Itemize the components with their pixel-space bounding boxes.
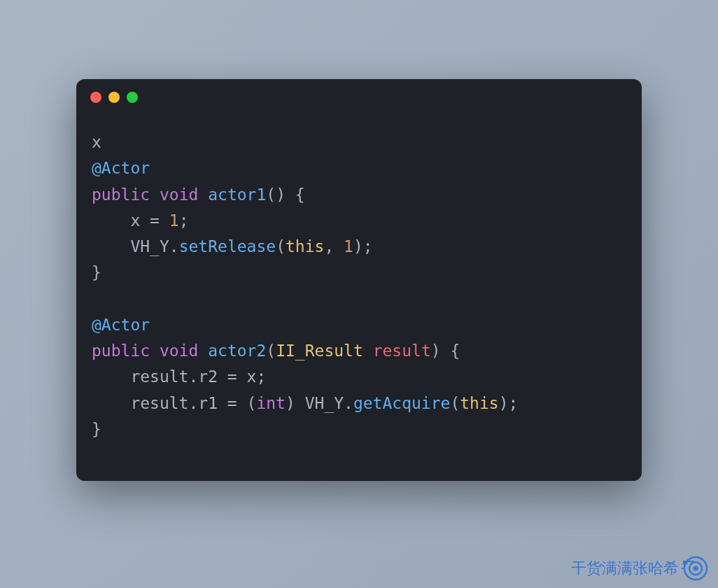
number: 1 bbox=[169, 211, 179, 230]
cast-int: int bbox=[256, 394, 286, 412]
method-actor1: actor1 bbox=[208, 186, 266, 204]
maximize-icon[interactable] bbox=[127, 92, 138, 103]
keyword-void: void bbox=[160, 186, 198, 204]
this-keyword: this bbox=[460, 394, 498, 412]
dot: . bbox=[169, 237, 179, 255]
code-editor-window: x @Actor public void actor1() { x = 1; V… bbox=[76, 79, 642, 481]
keyword-public: public bbox=[92, 342, 150, 360]
code-line: x = bbox=[92, 211, 169, 230]
brace: { bbox=[441, 342, 460, 360]
method-actor2: actor2 bbox=[208, 342, 266, 360]
method-getacquire: getAcquire bbox=[353, 394, 450, 412]
keyword-void: void bbox=[160, 342, 198, 360]
brace: { bbox=[286, 186, 305, 204]
window-titlebar bbox=[76, 79, 642, 108]
brace: } bbox=[92, 420, 101, 438]
paren-close: ); bbox=[353, 237, 373, 255]
semicolon: ; bbox=[179, 211, 189, 230]
annotation: @Actor bbox=[92, 316, 150, 334]
brace: } bbox=[92, 263, 101, 281]
paren: ( bbox=[276, 237, 286, 255]
this-keyword: this bbox=[286, 237, 324, 255]
paren: ( bbox=[450, 394, 460, 412]
keyword-public: public bbox=[92, 186, 150, 204]
close-icon[interactable] bbox=[90, 92, 101, 103]
svg-point-2 bbox=[694, 566, 698, 571]
target-icon bbox=[682, 554, 710, 582]
param-name: result bbox=[373, 342, 431, 360]
code-text: x bbox=[92, 133, 101, 151]
code-line: result.r1 = ( bbox=[92, 394, 256, 412]
indent bbox=[92, 237, 130, 255]
annotation: @Actor bbox=[92, 159, 150, 177]
watermark-text: 干货满满张哈希 bbox=[571, 558, 679, 579]
method-setrelease: setRelease bbox=[179, 237, 276, 255]
comma: , bbox=[324, 237, 344, 255]
parens: () bbox=[266, 186, 286, 204]
minimize-icon[interactable] bbox=[108, 92, 120, 103]
code-content: x @Actor public void actor1() { x = 1; V… bbox=[76, 108, 642, 449]
paren: ( bbox=[266, 342, 276, 360]
paren-close: ); bbox=[499, 394, 519, 412]
identifier: VH_Y bbox=[130, 237, 169, 255]
paren: ) bbox=[431, 342, 441, 360]
watermark: 干货满满张哈希 bbox=[571, 554, 710, 582]
number: 1 bbox=[344, 237, 353, 255]
code-line: ) VH_Y. bbox=[286, 394, 353, 412]
code-line: result.r2 = x; bbox=[92, 368, 266, 386]
param-type: II_Result bbox=[276, 342, 363, 360]
